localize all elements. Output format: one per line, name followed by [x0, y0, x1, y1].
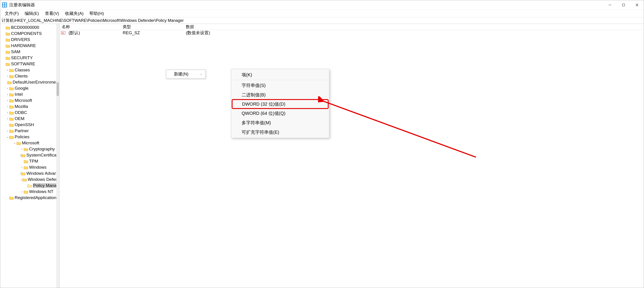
tree-item-components[interactable]: COMPONENTS — [0, 30, 59, 36]
tree-label: TPM — [29, 159, 38, 164]
menu-help[interactable]: 帮助(H) — [86, 10, 106, 17]
list-header: 名称 类型 数据 — [60, 24, 644, 30]
tree-item-winnt[interactable]: ›Windows NT — [0, 188, 59, 195]
tree-item-hardware[interactable]: HARDWARE — [0, 43, 59, 49]
chevron-down-icon[interactable]: ⌄ — [6, 135, 9, 139]
tree-item-policies[interactable]: ⌄Policies — [0, 134, 59, 140]
tree-item-classes[interactable]: ›Classes — [0, 67, 59, 73]
chevron-right-icon[interactable]: › — [6, 111, 9, 114]
folder-icon — [6, 44, 10, 47]
folder-icon — [9, 86, 14, 90]
tree-item-drivers[interactable]: DRIVERS — [0, 36, 59, 43]
folder-icon — [9, 68, 14, 72]
tree-label: Windows Advanced Th — [26, 171, 60, 176]
tree-label: SystemCertificates — [26, 153, 60, 158]
col-header-type[interactable]: 类型 — [123, 24, 186, 30]
tree-label: Cryptography — [29, 146, 55, 151]
chevron-right-icon[interactable]: › — [6, 86, 9, 90]
folder-icon — [24, 165, 28, 169]
context-item-qword[interactable]: QWORD (64 位)值(Q) — [232, 109, 328, 118]
tree-item-sam[interactable]: SAM — [0, 49, 59, 55]
folder-icon — [6, 50, 10, 54]
tree-pane[interactable]: BCD00000000 COMPONENTS DRIVERS HARDWARE … — [0, 24, 60, 288]
close-button[interactable] — [630, 0, 644, 10]
col-header-data[interactable]: 数据 — [186, 24, 644, 30]
cell-name: (默认) — [66, 30, 123, 36]
addressbar[interactable]: 计算机\HKEY_LOCAL_MACHINE\SOFTWARE\Policies… — [0, 17, 644, 24]
context-item-multi[interactable]: 多字符串值(M) — [232, 118, 328, 128]
menu-fav[interactable]: 收藏夹(A) — [62, 10, 86, 17]
context-item-string[interactable]: 字符串值(S) — [232, 81, 328, 90]
tree-item-google[interactable]: ›Google — [0, 85, 59, 91]
folder-icon — [9, 99, 14, 102]
tree-label: Microsoft — [15, 98, 32, 103]
menu-edit[interactable]: 编辑(E) — [22, 10, 42, 17]
tree-label: Policy Manager — [33, 183, 60, 188]
chevron-down-icon[interactable]: ⌄ — [20, 178, 22, 181]
folder-icon — [21, 153, 26, 157]
chevron-right-icon[interactable]: › — [6, 74, 9, 78]
tree-item-security[interactable]: SECURITY — [0, 55, 59, 61]
tree-item-mozilla[interactable]: ›Mozilla — [0, 103, 59, 110]
tree-label: Mozilla — [15, 104, 28, 109]
tree-label: DefaultUserEnvironment — [13, 80, 59, 85]
tree-item-syscerts[interactable]: ›SystemCertificates — [0, 152, 59, 158]
tree-label: Microsoft — [22, 141, 39, 145]
tree-item-software[interactable]: SOFTWARE — [0, 61, 59, 67]
tree-item-microsoft[interactable]: ›Microsoft — [0, 97, 59, 103]
tree-item-intel[interactable]: ›Intel — [0, 91, 59, 97]
cell-data: (数值未设置) — [186, 30, 644, 36]
cell-type: REG_SZ — [123, 30, 186, 35]
maximize-button[interactable] — [617, 0, 630, 10]
chevron-right-icon[interactable]: › — [20, 190, 24, 193]
chevron-right-icon[interactable]: › — [6, 117, 9, 121]
tree-item-partner[interactable]: ›Partner — [0, 128, 59, 134]
chevron-right-icon[interactable]: › — [6, 93, 9, 96]
folder-icon — [24, 147, 28, 151]
menu-file[interactable]: 文件(F) — [2, 10, 22, 17]
folder-icon — [9, 129, 14, 133]
tree-item-windef[interactable]: ⌄Windows Defender — [0, 176, 59, 182]
folder-icon — [21, 172, 26, 175]
values-list-pane[interactable]: 名称 类型 数据 ab (默认) REG_SZ (数值未设置) — [60, 24, 644, 288]
chevron-right-icon[interactable]: › — [6, 105, 9, 108]
tree-item-odbc[interactable]: ›ODBC — [0, 110, 59, 116]
chevron-right-icon[interactable]: › — [6, 99, 9, 102]
col-header-name[interactable]: 名称 — [60, 24, 123, 30]
chevron-right-icon[interactable]: › — [20, 165, 24, 169]
chevron-right-icon[interactable]: › — [6, 129, 9, 133]
minimize-button[interactable] — [603, 0, 617, 10]
tree-label: Partner — [15, 128, 29, 133]
context-item-new[interactable]: 新建(N) › — [167, 70, 205, 78]
list-row-default-value[interactable]: ab (默认) REG_SZ (数值未设置) — [60, 30, 644, 36]
tree-item-tpm[interactable]: TPM — [0, 158, 59, 164]
tree-vertical-scrollbar[interactable] — [56, 24, 59, 288]
context-item-key[interactable]: 项(K) — [232, 70, 328, 80]
chevron-down-icon[interactable]: ⌄ — [13, 141, 16, 145]
tree-item-policymgr[interactable]: Policy Manager — [0, 182, 59, 188]
chevron-right-icon[interactable]: › — [6, 68, 9, 72]
tree-item-windows[interactable]: ›Windows — [0, 164, 59, 170]
tree-item-bcd[interactable]: BCD00000000 — [0, 24, 59, 30]
tree-item-winadvth[interactable]: ›Windows Advanced Th — [0, 170, 59, 176]
svg-rect-6 — [622, 4, 624, 6]
context-item-dword[interactable]: DWORD (32 位)值(D) — [232, 99, 329, 109]
tree-label: ODBC — [15, 110, 27, 115]
tree-item-regapps[interactable]: RegisteredApplications — [0, 195, 59, 201]
context-item-binary[interactable]: 二进制值(B) — [232, 90, 328, 100]
regedit-app-icon — [2, 2, 7, 7]
scroll-thumb[interactable] — [56, 82, 59, 96]
context-item-expand[interactable]: 可扩充字符串值(E) — [232, 128, 328, 137]
tree-item-crypto[interactable]: ›Cryptography — [0, 146, 59, 152]
svg-rect-4 — [5, 5, 6, 7]
tree-item-policies-microsoft[interactable]: ⌄Microsoft — [0, 140, 59, 146]
folder-icon — [7, 80, 12, 84]
tree-item-openssh[interactable]: OpenSSH — [0, 122, 59, 128]
tree-item-due[interactable]: DefaultUserEnvironment — [0, 79, 59, 85]
menu-view[interactable]: 查看(V) — [42, 10, 62, 17]
folder-icon — [9, 111, 14, 114]
tree-item-oem[interactable]: ›OEM — [0, 116, 59, 122]
folder-icon — [6, 62, 10, 66]
chevron-right-icon[interactable]: › — [20, 147, 24, 151]
tree-item-clients[interactable]: ›Clients — [0, 73, 59, 79]
